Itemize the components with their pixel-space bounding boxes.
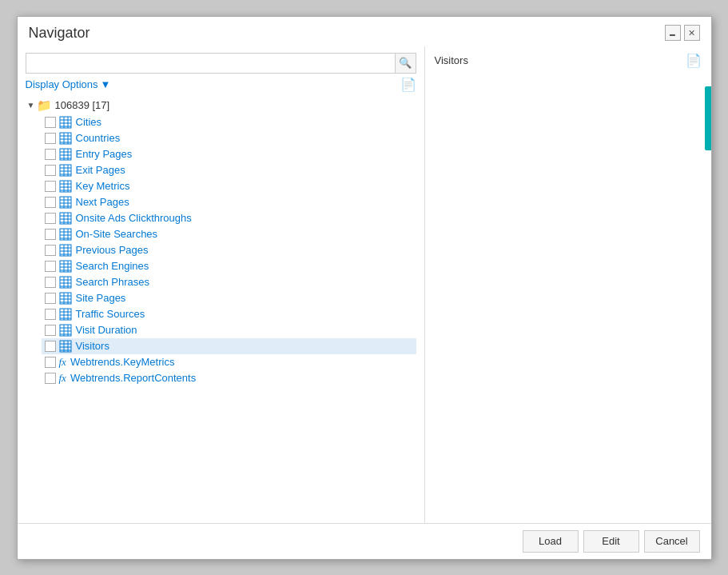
table-icon (59, 276, 72, 289)
table-icon (59, 244, 72, 257)
item-label: Search Phrases (76, 276, 150, 288)
item-checkbox[interactable] (45, 165, 56, 176)
table-icon (59, 308, 72, 321)
item-checkbox[interactable] (45, 245, 56, 256)
display-options-row: Display Options ▼ 📄 (26, 77, 416, 92)
table-icon (59, 324, 72, 337)
tree-area: ▼ 📁 106839 [17] Cities (26, 97, 416, 517)
item-checkbox[interactable] (45, 373, 56, 384)
tree-item[interactable]: Site Pages (42, 290, 416, 306)
tree-item[interactable]: Visitors (42, 338, 416, 354)
table-icon (59, 116, 72, 129)
item-label: Key Metrics (76, 180, 130, 192)
tree-item[interactable]: fxWebtrends.ReportContents (42, 370, 416, 386)
right-edge-bar (705, 86, 711, 150)
item-label: Traffic Sources (76, 308, 145, 320)
tree-expand-icon: ▼ (26, 101, 37, 110)
item-checkbox[interactable] (45, 133, 56, 144)
folder-icon: 📁 (37, 98, 52, 113)
item-label: Visitors (76, 340, 109, 352)
item-label: Webtrends.ReportContents (70, 372, 196, 384)
right-panel-header: Visitors 📄 (435, 53, 702, 68)
table-icon (59, 132, 72, 145)
tree-root-label: 106839 [17] (55, 99, 110, 111)
item-checkbox[interactable] (45, 229, 56, 240)
item-checkbox[interactable] (45, 341, 56, 352)
tree-item[interactable]: Search Engines (42, 258, 416, 274)
item-checkbox[interactable] (45, 197, 56, 208)
item-checkbox[interactable] (45, 261, 56, 272)
item-checkbox[interactable] (45, 117, 56, 128)
item-checkbox[interactable] (45, 213, 56, 224)
search-row: 🔍 (26, 53, 416, 74)
table-icon (59, 180, 72, 193)
item-label: Cities (76, 116, 102, 128)
right-panel-title: Visitors (435, 54, 468, 66)
item-label: Exit Pages (76, 164, 125, 176)
item-checkbox[interactable] (45, 181, 56, 192)
tree-item[interactable]: Search Phrases (42, 274, 416, 290)
footer: Load Edit Cancel (18, 523, 711, 559)
fx-icon: fx (59, 356, 66, 369)
tree-item[interactable]: On-Site Searches (42, 226, 416, 242)
right-content (435, 73, 702, 517)
tree-root: ▼ 📁 106839 [17] Cities (26, 97, 416, 386)
right-page-icon[interactable]: 📄 (686, 53, 702, 68)
tree-item[interactable]: Visit Duration (42, 322, 416, 338)
tree-item[interactable]: Countries (42, 130, 416, 146)
tree-item[interactable]: fxWebtrends.KeyMetrics (42, 354, 416, 370)
table-icon (59, 260, 72, 273)
item-label: Onsite Ads Clickthroughs (76, 212, 192, 224)
tree-item[interactable]: Exit Pages (42, 162, 416, 178)
item-label: Webtrends.KeyMetrics (70, 356, 175, 368)
title-controls: 🗕 ✕ (665, 25, 700, 41)
main-area: 🔍 Display Options ▼ 📄 ▼ 📁 106839 [17] (18, 46, 711, 523)
minimize-button[interactable]: 🗕 (665, 25, 681, 41)
load-button[interactable]: Load (523, 530, 579, 553)
item-label: Entry Pages (76, 148, 133, 160)
item-checkbox[interactable] (45, 277, 56, 288)
item-checkbox[interactable] (45, 149, 56, 160)
display-options-label: Display Options (26, 78, 98, 90)
tree-item[interactable]: Onsite Ads Clickthroughs (42, 210, 416, 226)
item-checkbox[interactable] (45, 325, 56, 336)
search-icon: 🔍 (399, 57, 412, 69)
dialog-title: Navigator (29, 25, 90, 42)
close-button[interactable]: ✕ (684, 25, 700, 41)
edit-button[interactable]: Edit (583, 530, 639, 553)
table-icon (59, 340, 72, 353)
item-label: Visit Duration (76, 324, 137, 336)
page-icon[interactable]: 📄 (400, 77, 416, 92)
title-bar: Navigator 🗕 ✕ (18, 17, 711, 46)
table-icon (59, 292, 72, 305)
table-icon (59, 228, 72, 241)
tree-item[interactable]: Key Metrics (42, 178, 416, 194)
table-icon (59, 212, 72, 225)
tree-item[interactable]: Cities (42, 114, 416, 130)
tree-root-node[interactable]: ▼ 📁 106839 [17] (26, 97, 416, 114)
fx-icon: fx (59, 372, 66, 385)
item-label: Search Engines (76, 260, 149, 272)
left-panel: 🔍 Display Options ▼ 📄 ▼ 📁 106839 [17] (18, 46, 425, 523)
tree-item[interactable]: Entry Pages (42, 146, 416, 162)
cancel-button[interactable]: Cancel (644, 530, 700, 553)
item-label: Site Pages (76, 292, 126, 304)
item-label: Previous Pages (76, 244, 149, 256)
item-checkbox[interactable] (45, 293, 56, 304)
tree-children: Cities Countries Entry Pages (26, 114, 416, 386)
item-checkbox[interactable] (45, 357, 56, 368)
search-button[interactable]: 🔍 (396, 53, 416, 74)
table-icon (59, 164, 72, 177)
item-label: Countries (76, 132, 121, 144)
item-label: On-Site Searches (76, 228, 158, 240)
search-input[interactable] (26, 53, 396, 74)
tree-item[interactable]: Previous Pages (42, 242, 416, 258)
display-options-button[interactable]: Display Options ▼ (26, 77, 111, 92)
item-checkbox[interactable] (45, 309, 56, 320)
right-panel: Visitors 📄 (425, 46, 711, 523)
navigator-dialog: Navigator 🗕 ✕ 🔍 Display Options ▼ 📄 (17, 16, 712, 560)
item-label: Next Pages (76, 196, 129, 208)
tree-item[interactable]: Traffic Sources (42, 306, 416, 322)
tree-item[interactable]: Next Pages (42, 194, 416, 210)
display-options-arrow: ▼ (101, 78, 111, 90)
